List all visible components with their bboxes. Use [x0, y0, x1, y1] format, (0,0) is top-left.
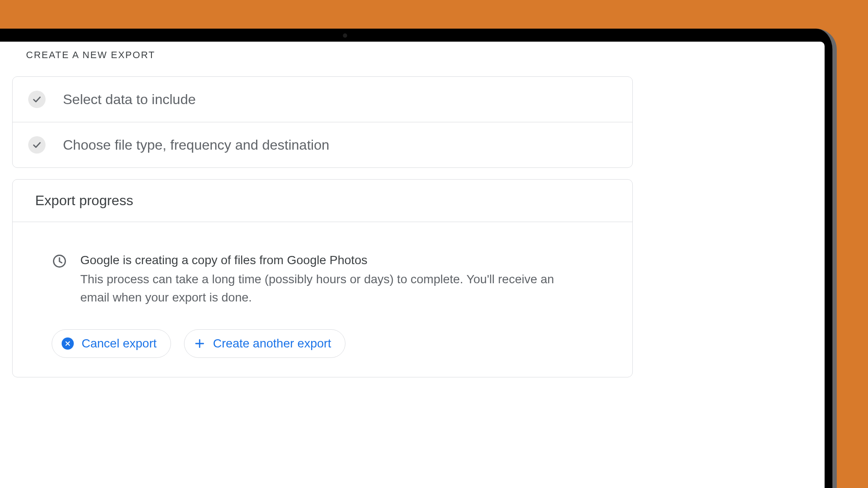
step-file-type[interactable]: Choose file type, frequency and destinat…: [13, 122, 632, 167]
create-another-export-button[interactable]: Create another export: [184, 329, 345, 358]
button-label: Create another export: [213, 337, 331, 350]
export-progress-card: Export progress Google is crea: [12, 179, 633, 377]
step-label: Choose file type, frequency and destinat…: [63, 137, 329, 153]
content: CREATE A NEW EXPORT Select data to inclu…: [0, 42, 825, 377]
checkmark-icon: [28, 136, 46, 154]
progress-header: Export progress: [13, 180, 632, 222]
button-row: Cancel export Create another export: [52, 329, 610, 358]
screen: CREATE A NEW EXPORT Select data to inclu…: [0, 42, 825, 488]
step-label: Select data to include: [63, 92, 196, 108]
plus-icon: [194, 338, 205, 349]
clock-icon: [52, 253, 67, 271]
stage: CREATE A NEW EXPORT Select data to inclu…: [0, 0, 868, 488]
status-detail: This process can take a long time (possi…: [80, 270, 575, 307]
progress-title: Export progress: [35, 193, 610, 209]
laptop-frame: CREATE A NEW EXPORT Select data to inclu…: [0, 29, 837, 488]
cancel-export-button[interactable]: Cancel export: [52, 329, 171, 358]
status-row: Google is creating a copy of files from …: [52, 252, 610, 307]
cancel-icon: [62, 337, 74, 350]
step-select-data[interactable]: Select data to include: [13, 77, 632, 122]
page-heading: CREATE A NEW EXPORT: [26, 49, 825, 61]
progress-body: Google is creating a copy of files from …: [13, 222, 632, 377]
steps-card: Select data to include Choose file type,…: [12, 76, 633, 168]
button-label: Cancel export: [82, 337, 157, 350]
status-text: Google is creating a copy of files from …: [80, 252, 575, 307]
camera-icon: [343, 33, 347, 38]
checkmark-icon: [28, 91, 46, 108]
status-headline: Google is creating a copy of files from …: [80, 252, 575, 269]
